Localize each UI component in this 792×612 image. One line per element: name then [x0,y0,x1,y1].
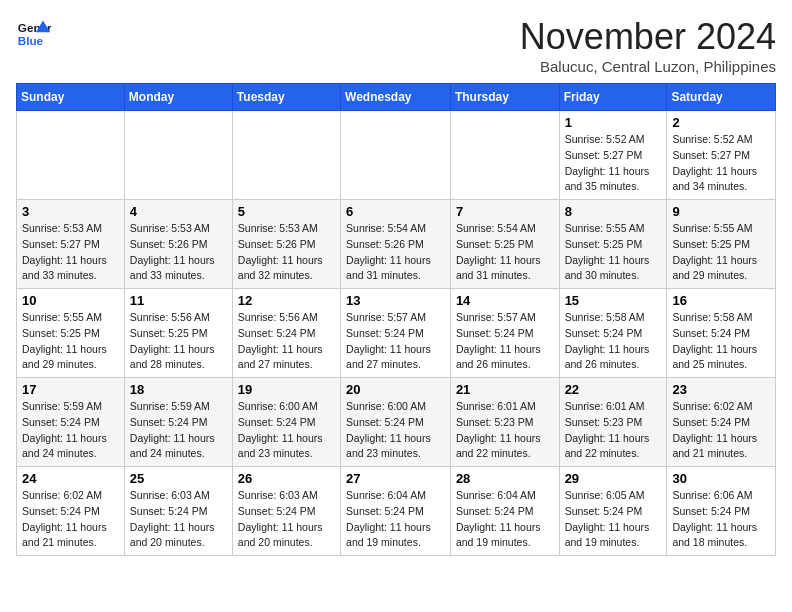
calendar-cell: 22Sunrise: 6:01 AM Sunset: 5:23 PM Dayli… [559,378,667,467]
weekday-header: Tuesday [232,84,340,111]
calendar-cell: 19Sunrise: 6:00 AM Sunset: 5:24 PM Dayli… [232,378,340,467]
weekday-header-row: SundayMondayTuesdayWednesdayThursdayFrid… [17,84,776,111]
day-info: Sunrise: 6:04 AM Sunset: 5:24 PM Dayligh… [456,488,554,551]
day-info: Sunrise: 6:06 AM Sunset: 5:24 PM Dayligh… [672,488,770,551]
calendar-cell: 10Sunrise: 5:55 AM Sunset: 5:25 PM Dayli… [17,289,125,378]
day-number: 18 [130,382,227,397]
calendar-cell: 27Sunrise: 6:04 AM Sunset: 5:24 PM Dayli… [341,467,451,556]
calendar-cell: 24Sunrise: 6:02 AM Sunset: 5:24 PM Dayli… [17,467,125,556]
calendar-cell: 16Sunrise: 5:58 AM Sunset: 5:24 PM Dayli… [667,289,776,378]
calendar-week-row: 24Sunrise: 6:02 AM Sunset: 5:24 PM Dayli… [17,467,776,556]
calendar-cell: 26Sunrise: 6:03 AM Sunset: 5:24 PM Dayli… [232,467,340,556]
day-number: 10 [22,293,119,308]
calendar-week-row: 3Sunrise: 5:53 AM Sunset: 5:27 PM Daylig… [17,200,776,289]
day-info: Sunrise: 5:57 AM Sunset: 5:24 PM Dayligh… [346,310,445,373]
calendar-cell: 18Sunrise: 5:59 AM Sunset: 5:24 PM Dayli… [124,378,232,467]
day-info: Sunrise: 5:55 AM Sunset: 5:25 PM Dayligh… [22,310,119,373]
calendar-cell: 2Sunrise: 5:52 AM Sunset: 5:27 PM Daylig… [667,111,776,200]
day-number: 28 [456,471,554,486]
calendar-cell: 28Sunrise: 6:04 AM Sunset: 5:24 PM Dayli… [450,467,559,556]
calendar-week-row: 10Sunrise: 5:55 AM Sunset: 5:25 PM Dayli… [17,289,776,378]
day-info: Sunrise: 6:04 AM Sunset: 5:24 PM Dayligh… [346,488,445,551]
day-number: 16 [672,293,770,308]
calendar-cell: 29Sunrise: 6:05 AM Sunset: 5:24 PM Dayli… [559,467,667,556]
location-subtitle: Balucuc, Central Luzon, Philippines [520,58,776,75]
calendar-week-row: 1Sunrise: 5:52 AM Sunset: 5:27 PM Daylig… [17,111,776,200]
day-info: Sunrise: 5:59 AM Sunset: 5:24 PM Dayligh… [130,399,227,462]
day-number: 15 [565,293,662,308]
day-info: Sunrise: 6:02 AM Sunset: 5:24 PM Dayligh… [22,488,119,551]
day-number: 9 [672,204,770,219]
day-number: 27 [346,471,445,486]
day-number: 1 [565,115,662,130]
day-number: 3 [22,204,119,219]
day-number: 23 [672,382,770,397]
calendar-cell: 8Sunrise: 5:55 AM Sunset: 5:25 PM Daylig… [559,200,667,289]
calendar-cell: 14Sunrise: 5:57 AM Sunset: 5:24 PM Dayli… [450,289,559,378]
logo-icon: General Blue [16,16,52,52]
calendar-cell: 3Sunrise: 5:53 AM Sunset: 5:27 PM Daylig… [17,200,125,289]
day-number: 12 [238,293,335,308]
day-info: Sunrise: 5:56 AM Sunset: 5:25 PM Dayligh… [130,310,227,373]
calendar-cell: 13Sunrise: 5:57 AM Sunset: 5:24 PM Dayli… [341,289,451,378]
calendar-cell: 25Sunrise: 6:03 AM Sunset: 5:24 PM Dayli… [124,467,232,556]
month-title: November 2024 [520,16,776,58]
calendar-cell: 23Sunrise: 6:02 AM Sunset: 5:24 PM Dayli… [667,378,776,467]
calendar-cell [450,111,559,200]
day-info: Sunrise: 5:53 AM Sunset: 5:26 PM Dayligh… [238,221,335,284]
calendar-cell: 5Sunrise: 5:53 AM Sunset: 5:26 PM Daylig… [232,200,340,289]
day-info: Sunrise: 6:03 AM Sunset: 5:24 PM Dayligh… [130,488,227,551]
calendar-cell [124,111,232,200]
day-info: Sunrise: 6:01 AM Sunset: 5:23 PM Dayligh… [565,399,662,462]
calendar-cell: 17Sunrise: 5:59 AM Sunset: 5:24 PM Dayli… [17,378,125,467]
day-info: Sunrise: 6:02 AM Sunset: 5:24 PM Dayligh… [672,399,770,462]
weekday-header: Saturday [667,84,776,111]
day-info: Sunrise: 5:55 AM Sunset: 5:25 PM Dayligh… [672,221,770,284]
weekday-header: Sunday [17,84,125,111]
calendar-cell: 4Sunrise: 5:53 AM Sunset: 5:26 PM Daylig… [124,200,232,289]
day-number: 30 [672,471,770,486]
day-number: 29 [565,471,662,486]
day-number: 19 [238,382,335,397]
day-number: 21 [456,382,554,397]
day-info: Sunrise: 5:52 AM Sunset: 5:27 PM Dayligh… [672,132,770,195]
calendar-cell: 30Sunrise: 6:06 AM Sunset: 5:24 PM Dayli… [667,467,776,556]
day-info: Sunrise: 5:58 AM Sunset: 5:24 PM Dayligh… [672,310,770,373]
calendar-cell: 21Sunrise: 6:01 AM Sunset: 5:23 PM Dayli… [450,378,559,467]
day-info: Sunrise: 5:54 AM Sunset: 5:25 PM Dayligh… [456,221,554,284]
calendar-table: SundayMondayTuesdayWednesdayThursdayFrid… [16,83,776,556]
day-info: Sunrise: 5:55 AM Sunset: 5:25 PM Dayligh… [565,221,662,284]
calendar-cell: 1Sunrise: 5:52 AM Sunset: 5:27 PM Daylig… [559,111,667,200]
weekday-header: Thursday [450,84,559,111]
day-info: Sunrise: 5:59 AM Sunset: 5:24 PM Dayligh… [22,399,119,462]
day-info: Sunrise: 5:52 AM Sunset: 5:27 PM Dayligh… [565,132,662,195]
day-info: Sunrise: 5:53 AM Sunset: 5:27 PM Dayligh… [22,221,119,284]
day-info: Sunrise: 6:00 AM Sunset: 5:24 PM Dayligh… [346,399,445,462]
day-number: 7 [456,204,554,219]
calendar-cell: 15Sunrise: 5:58 AM Sunset: 5:24 PM Dayli… [559,289,667,378]
calendar-cell [341,111,451,200]
logo: General Blue [16,16,52,52]
weekday-header: Wednesday [341,84,451,111]
day-info: Sunrise: 5:54 AM Sunset: 5:26 PM Dayligh… [346,221,445,284]
day-number: 24 [22,471,119,486]
calendar-cell: 7Sunrise: 5:54 AM Sunset: 5:25 PM Daylig… [450,200,559,289]
day-info: Sunrise: 5:57 AM Sunset: 5:24 PM Dayligh… [456,310,554,373]
day-number: 25 [130,471,227,486]
day-number: 2 [672,115,770,130]
day-number: 22 [565,382,662,397]
calendar-cell: 20Sunrise: 6:00 AM Sunset: 5:24 PM Dayli… [341,378,451,467]
day-number: 8 [565,204,662,219]
day-number: 13 [346,293,445,308]
day-number: 5 [238,204,335,219]
calendar-cell [232,111,340,200]
day-number: 4 [130,204,227,219]
day-number: 14 [456,293,554,308]
day-number: 20 [346,382,445,397]
calendar-cell: 11Sunrise: 5:56 AM Sunset: 5:25 PM Dayli… [124,289,232,378]
svg-text:Blue: Blue [18,34,44,47]
day-info: Sunrise: 5:58 AM Sunset: 5:24 PM Dayligh… [565,310,662,373]
day-number: 26 [238,471,335,486]
title-block: November 2024 Balucuc, Central Luzon, Ph… [520,16,776,75]
day-info: Sunrise: 6:03 AM Sunset: 5:24 PM Dayligh… [238,488,335,551]
